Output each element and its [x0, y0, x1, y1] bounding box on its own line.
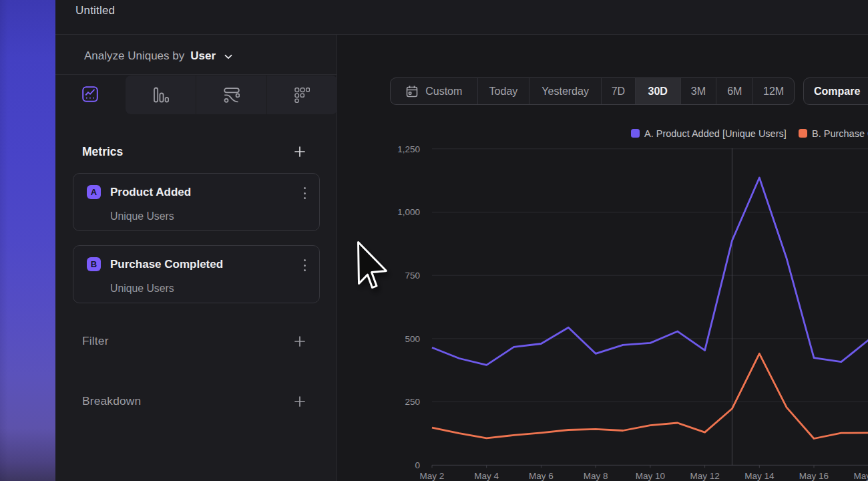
svg-text:1,250: 1,250	[397, 144, 420, 154]
svg-text:500: 500	[405, 334, 420, 344]
svg-text:May 14: May 14	[744, 471, 775, 481]
svg-text:May 2: May 2	[420, 471, 445, 481]
svg-text:1,000: 1,000	[397, 207, 420, 217]
svg-text:May 6: May 6	[529, 471, 554, 481]
svg-text:750: 750	[405, 271, 420, 281]
svg-text:250: 250	[405, 397, 420, 407]
svg-text:May 12: May 12	[690, 471, 719, 481]
svg-text:May 4: May 4	[474, 471, 499, 481]
svg-text:May 8: May 8	[584, 471, 608, 481]
svg-text:May 16: May 16	[799, 471, 829, 481]
svg-text:May 10: May 10	[636, 471, 665, 481]
svg-text:0: 0	[415, 460, 420, 470]
svg-text:May 18: May 18	[854, 471, 868, 481]
